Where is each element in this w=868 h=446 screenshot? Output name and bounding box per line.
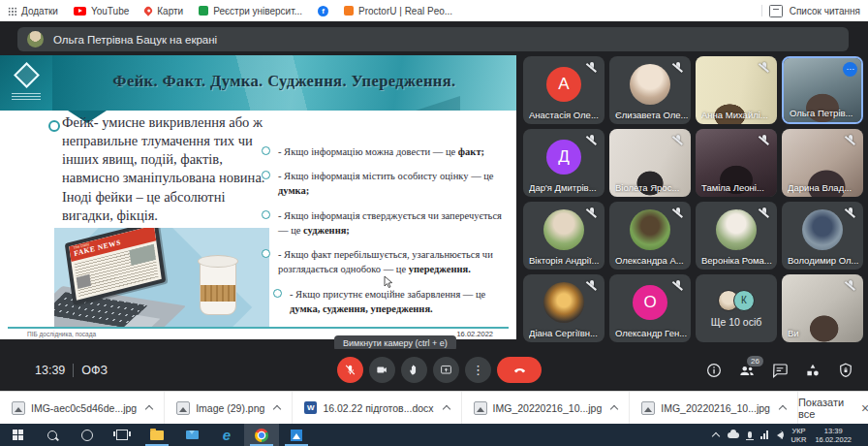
language-indicator[interactable]: УКР UKR: [791, 427, 807, 444]
bookmark-youtube[interactable]: YouTube: [74, 6, 129, 16]
download-item[interactable]: Image (29).png: [165, 392, 293, 424]
mail-button[interactable]: [174, 424, 209, 446]
participant-tile[interactable]: Таміла Леоні...: [696, 129, 777, 197]
bookmark-registry[interactable]: Реєстри університ...: [199, 6, 302, 16]
bookmark-apps[interactable]: Додатки: [8, 6, 58, 16]
participant-name: Ольга Петрів...: [790, 108, 858, 118]
bullet-bold: факт;: [458, 146, 484, 157]
activities-icon[interactable]: [804, 362, 822, 379]
logo-text-lines: [12, 93, 41, 101]
windows-logo-icon: [13, 430, 23, 440]
network-icon[interactable]: [760, 430, 768, 439]
slide-bullet: - Якщо інформація стверджується чи запер…: [262, 208, 510, 238]
download-item[interactable]: IMG_20220216_10...jpg: [462, 392, 631, 424]
volume-icon[interactable]: [777, 431, 783, 439]
bookmark-facebook[interactable]: f: [318, 6, 328, 16]
download-menu-chevron[interactable]: [442, 405, 450, 413]
start-button[interactable]: [0, 424, 35, 446]
meet-app: Ольга Петрівна Бацук на екрані Фейк. Фак…: [0, 21, 868, 391]
participant-name: Дарина Влад...: [788, 182, 860, 193]
participant-tile[interactable]: Д Дар'я Дмитрів...: [523, 129, 604, 197]
bookmark-label: Додатки: [21, 6, 58, 16]
task-view-button[interactable]: [105, 424, 140, 446]
presenting-banner-text: Ольга Петрівна Бацук на екрані: [53, 34, 217, 46]
bookmark-label: Карти: [157, 6, 183, 16]
tile-menu-icon[interactable]: ⋯: [843, 62, 857, 77]
participant-tile[interactable]: Діана Сергіївн...: [523, 274, 604, 342]
participant-tile-presenter[interactable]: ⋯ Ольга Петрів...: [782, 56, 863, 124]
registry-icon: [199, 6, 208, 16]
file-explorer-button[interactable]: [140, 424, 174, 446]
chrome-button[interactable]: [244, 424, 279, 446]
close-downloads-icon[interactable]: ×: [861, 401, 868, 415]
bullet-circle: [48, 120, 60, 132]
reading-list-button[interactable]: Список читання: [790, 6, 860, 16]
task-view-icon: [116, 430, 128, 440]
slide-definition: Фейк- умисне викривлення або ж неправиль…: [62, 113, 278, 225]
participant-tile[interactable]: Олександра А...: [609, 202, 691, 270]
self-view-tile[interactable]: Ви: [782, 274, 863, 342]
coffee-cup-lid: [198, 255, 238, 268]
bookmark-maps[interactable]: Карти: [144, 6, 183, 16]
maps-pin-icon: [143, 5, 154, 16]
participant-tile[interactable]: Анна Михайлі...: [696, 56, 777, 124]
clock-time: 13:39: [824, 427, 843, 435]
participant-tile[interactable]: Вікторія Андрії...: [523, 202, 604, 270]
proctoru-icon: [344, 6, 354, 16]
search-button[interactable]: [35, 424, 70, 446]
participant-tile[interactable]: А Анастасія Оле...: [523, 56, 604, 124]
participant-tile[interactable]: Єлизавета Оле...: [609, 56, 691, 124]
participant-tile[interactable]: Володимир Ол...: [782, 202, 863, 270]
participant-name: Володимир Ол...: [788, 255, 860, 266]
presenting-banner: Ольга Петрівна Бацук на екрані: [17, 27, 849, 51]
chat-icon[interactable]: [771, 362, 789, 379]
more-options-button[interactable]: ⋮: [465, 357, 491, 383]
participant-name: Дар'я Дмитрів...: [529, 182, 602, 193]
avatar: [630, 64, 670, 105]
coffee-cup: [200, 259, 236, 315]
avatar: [716, 209, 757, 250]
more-participants-tile[interactable]: К Ще 10 осіб: [696, 274, 777, 342]
cortana-icon: [81, 430, 93, 441]
system-tray: УКР UKR 13:39 16.02.2022: [713, 424, 868, 446]
reading-list-icon: [769, 5, 783, 17]
windows-taskbar: e УКР UKR 13:39 16.02.2022: [0, 424, 868, 446]
download-menu-chevron[interactable]: [273, 405, 281, 413]
downloads-bar: IMG-aec0c5d46de...jpg Image (29).png W 1…: [0, 391, 868, 424]
bookmark-proctoru[interactable]: ProctorU | Real Peo...: [344, 6, 452, 16]
meeting-details-icon[interactable]: [705, 362, 723, 379]
onedrive-cloud-icon[interactable]: [728, 432, 739, 438]
download-menu-chevron[interactable]: [145, 405, 153, 413]
participant-tile[interactable]: О Олександр Ген...: [609, 274, 691, 342]
clock[interactable]: 13:39 16.02.2022: [815, 427, 852, 444]
mic-muted-icon: [671, 61, 684, 74]
avatar-initial: А: [558, 75, 569, 94]
edge-button[interactable]: e: [209, 424, 244, 446]
participant-tile[interactable]: Дарина Влад...: [782, 129, 863, 197]
participant-tile[interactable]: Вероніка Рома...: [696, 202, 777, 270]
photos-button[interactable]: [279, 424, 314, 446]
participants-icon[interactable]: 26: [738, 362, 756, 379]
hidden-icons-chevron[interactable]: [711, 431, 719, 439]
participant-tile[interactable]: Віолета Ярос...: [609, 129, 691, 197]
slide-bullet: - Якщо присутнє емоційне забарвлення — ц…: [262, 287, 510, 316]
camera-button[interactable]: [369, 357, 395, 383]
show-all-downloads-button[interactable]: Показати все: [798, 397, 844, 420]
download-file-name: IMG_20220216_10...jpg: [493, 402, 603, 414]
youtube-icon: [74, 7, 86, 16]
tray-mic-icon[interactable]: [748, 431, 752, 438]
leave-call-button[interactable]: [497, 357, 542, 383]
mic-muted-icon: [844, 207, 856, 219]
raise-hand-button[interactable]: [401, 357, 427, 383]
download-item[interactable]: IMG_20220216_10...jpg: [630, 392, 798, 424]
download-item[interactable]: W 16.02.22 підготов...docx: [293, 392, 461, 424]
cortana-button[interactable]: [70, 424, 105, 446]
more-vertical-icon: ⋮: [472, 364, 484, 376]
participants-count-badge: 26: [747, 356, 763, 366]
download-menu-chevron[interactable]: [779, 405, 787, 413]
host-controls-icon[interactable]: [837, 362, 854, 379]
mic-button[interactable]: [337, 357, 363, 383]
download-menu-chevron[interactable]: [610, 405, 618, 413]
present-button[interactable]: [433, 357, 459, 383]
download-item[interactable]: IMG-aec0c5d46de...jpg: [0, 392, 165, 424]
